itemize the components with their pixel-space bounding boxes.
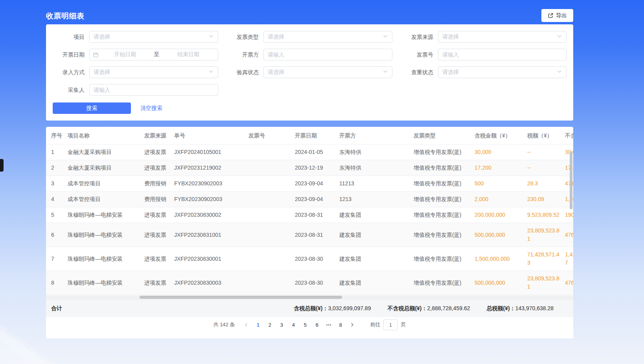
- table-row[interactable]: 8珠穆朗玛峰—电梯安装进项发票JXFP202308300032023-08-30…: [46, 271, 573, 295]
- cell-invoice-no: [248, 196, 295, 203]
- cell-issuer: 1213: [339, 192, 414, 207]
- export-button[interactable]: 导出: [541, 9, 573, 22]
- cell-tax: 23,809,523.81: [527, 223, 565, 247]
- project-select[interactable]: 请选择: [89, 31, 218, 43]
- cell-invoice-no: [248, 149, 295, 156]
- page-6[interactable]: 6: [312, 320, 322, 330]
- cell-order-no: JXFP20231219002: [174, 160, 248, 176]
- cell-invoice-no: [248, 231, 295, 238]
- cell-project: 珠穆朗玛峰—电梯安装: [68, 227, 144, 243]
- invoice-no-input-wrap: [438, 49, 567, 60]
- cell-issuer: 建发集团: [339, 251, 414, 267]
- dup-status-select[interactable]: 请选择: [438, 66, 567, 78]
- prev-page-button[interactable]: [241, 320, 251, 330]
- cell-type: 增值税专用发票(蓝): [414, 207, 475, 223]
- export-icon: [548, 13, 554, 18]
- cell-order-no: JXFP20230830001: [174, 251, 248, 267]
- col-header-issuer: 开票方: [339, 132, 414, 140]
- table-row[interactable]: 3成本管控项目费用报销FYBX202309020032023-09-041121…: [46, 176, 573, 192]
- cell-tax: 28.3: [527, 176, 565, 191]
- chevron-down-icon: [208, 69, 214, 76]
- cell-project: 成本管控项目: [68, 192, 144, 207]
- col-header-date: 开票日期: [295, 132, 339, 140]
- page-8[interactable]: 8: [335, 320, 346, 330]
- col-header-source: 发票来源: [144, 132, 174, 140]
- summary-total-label: 合计: [51, 305, 62, 312]
- table-row[interactable]: 2金融大厦采购项目进项发票JXFP202312190022023-12-19东海…: [46, 160, 573, 176]
- clear-search-button[interactable]: 清空搜索: [140, 102, 162, 114]
- cell-invoice-no: [248, 255, 295, 262]
- table-body: 1金融大厦采购项目进项发票JXFP202401050012024-01-05东海…: [46, 145, 573, 295]
- cell-project: 金融大厦采购项目: [68, 145, 144, 160]
- cell-source: 进项发票: [144, 227, 174, 243]
- pagination-bar: 共 142 条 123456•••8 前往 页: [46, 317, 573, 332]
- cell-order-no: FYBX20230902003: [174, 192, 248, 207]
- invoice-type-select[interactable]: 请选择: [263, 31, 392, 43]
- project-label: 项目: [49, 31, 85, 43]
- cell-order-no: JXFP20230830002: [174, 207, 248, 223]
- summary-row: 合计 含税总额(¥)：3,032,699,097.89 不含税总额(¥)：2,8…: [46, 299, 573, 317]
- issuer-label: 开票方: [223, 49, 259, 60]
- table-row[interactable]: 7珠穆朗玛峰—电梯安装进项发票JXFP202308300012023-08-30…: [46, 247, 573, 271]
- cell-tax: --: [527, 160, 565, 176]
- goto-page-input[interactable]: [383, 319, 397, 330]
- col-header-type: 发票类型: [414, 132, 475, 140]
- issuer-input[interactable]: [268, 51, 388, 58]
- table-row[interactable]: 6珠穆朗玛峰—电梯安装进项发票JXFP202308310012023-08-31…: [46, 223, 573, 247]
- next-page-button[interactable]: [347, 320, 357, 330]
- cell-amount-incl-tax: 500,000,000: [475, 227, 527, 243]
- cell-amount-incl-tax: 30,000: [475, 145, 527, 160]
- cell-order-no: JXFP20240105001: [174, 145, 248, 160]
- start-date-placeholder: 开始日期: [99, 51, 152, 58]
- col-header-amount-excl-tax: 不含税金额（¥）: [565, 132, 573, 140]
- horizontal-scrollbar-thumb[interactable]: [140, 296, 342, 299]
- table-row[interactable]: 1金融大厦采购项目进项发票JXFP202401050012024-01-05东海…: [46, 145, 573, 160]
- cell-tax: 9,523,809.52: [527, 207, 565, 223]
- search-button[interactable]: 搜索: [53, 102, 131, 114]
- page-3[interactable]: 3: [276, 320, 287, 330]
- cell-type: 增值税专用发票(蓝): [414, 251, 475, 267]
- entry-method-label: 录入方式: [49, 66, 85, 78]
- cell-issuer: 建发集团: [339, 227, 414, 243]
- table-row[interactable]: 5珠穆朗玛峰—电梯安装进项发票JXFP202308300022023-08-31…: [46, 207, 573, 223]
- vertical-scrollbar-thumb[interactable]: [570, 151, 572, 209]
- cell-tax: --: [527, 145, 565, 160]
- entry-method-select[interactable]: 请选择: [89, 66, 218, 78]
- cell-project: 珠穆朗玛峰—电梯安装: [68, 275, 144, 291]
- cell-date: 2023-08-30: [295, 251, 339, 267]
- verify-status-select[interactable]: 请选择: [263, 66, 392, 78]
- cell-amount-excl-tax: 476,190,476.19: [565, 275, 573, 291]
- page-4[interactable]: 4: [288, 320, 298, 330]
- drawer-handle[interactable]: [0, 159, 4, 172]
- invoice-table-panel: 序号项目名称发票来源单号发票号开票日期开票方发票类型含税金额（¥）税额（¥）不含…: [46, 127, 573, 338]
- cell-tax: 71,428,571.43: [527, 247, 565, 271]
- cell-index: 7: [46, 251, 68, 267]
- invoice-source-select[interactable]: 请选择: [438, 31, 567, 43]
- page-2[interactable]: 2: [265, 320, 275, 330]
- page-ellipsis[interactable]: •••: [324, 320, 334, 330]
- cell-date: 2023-08-31: [295, 227, 339, 243]
- cell-order-no: JXFP20230831001: [174, 227, 248, 243]
- cell-invoice-no: [248, 180, 295, 187]
- page-1[interactable]: 1: [253, 320, 263, 330]
- horizontal-scrollbar-track[interactable]: [46, 295, 573, 299]
- summary-excl-tax: 不含税总额(¥)：2,888,728,459.62: [387, 305, 470, 312]
- collector-label: 采集人: [49, 84, 85, 96]
- col-header-invoice-no: 发票号: [248, 132, 295, 140]
- chevron-down-icon: [557, 69, 562, 76]
- cell-issuer: 11213: [339, 176, 414, 191]
- summary-incl-tax: 含税总额(¥)：3,032,699,097.89: [294, 305, 371, 312]
- cell-source: 费用报销: [144, 192, 174, 207]
- page-5[interactable]: 5: [300, 320, 310, 330]
- cell-project: 成本管控项目: [68, 176, 144, 191]
- calendar-icon: [93, 52, 99, 58]
- cell-amount-excl-tax: 476,190,476.19: [565, 227, 573, 243]
- collector-input[interactable]: [94, 87, 214, 93]
- cell-project: 珠穆朗玛峰—电梯安装: [68, 207, 144, 223]
- invoice-no-input[interactable]: [442, 51, 562, 58]
- cell-type: 增值税专用发票(蓝): [414, 145, 475, 160]
- invoice-date-range-picker[interactable]: 开始日期 至 结束日期: [89, 49, 218, 60]
- table-row[interactable]: 4成本管控项目费用报销FYBX202309020032023-09-041213…: [46, 192, 573, 207]
- cell-date: 2023-09-04: [295, 192, 339, 207]
- cell-amount-excl-tax: 1,428,571,428.57: [565, 247, 573, 271]
